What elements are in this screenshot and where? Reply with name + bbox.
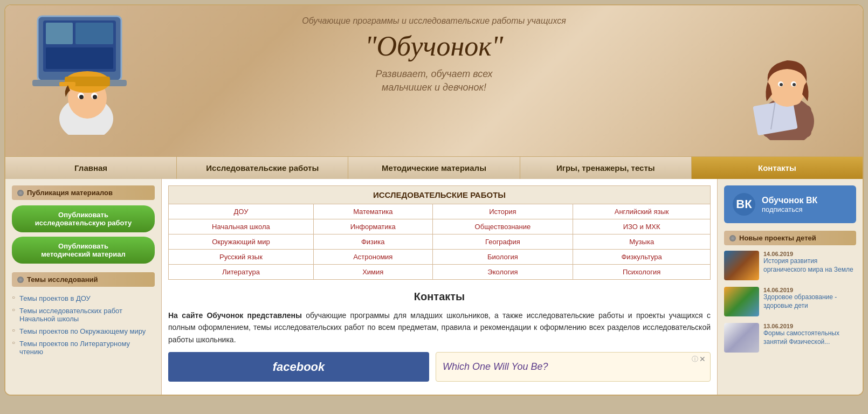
girl-character (733, 22, 841, 140)
joy-ad: Which One Will You Be? ⓘ ✕ (436, 352, 711, 382)
theme-link-0[interactable]: Темы проектов в ДОУ (12, 292, 155, 305)
project-item-2: 13.06.2019 Формы самостоятельных занятий… (724, 323, 856, 353)
project-item-0: 14.06.2019 История развития органическог… (724, 251, 856, 280)
cell-informatics[interactable]: Информатика (313, 219, 432, 234)
cell-dou[interactable]: ДОУ (169, 204, 314, 219)
main-wrapper: Обучающие программы и исследовательские … (4, 4, 864, 396)
project-item-1: 14.06.2019 Здоровое образование - здоров… (724, 287, 856, 316)
joy-text: Which One Will You Be? (443, 361, 548, 372)
header: Обучающие программы и исследовательские … (5, 5, 863, 156)
cell-world[interactable]: Окружающий мир (169, 234, 314, 250)
svg-point-22 (780, 83, 783, 86)
cell-math[interactable]: Математика (313, 204, 432, 219)
themes-section: Темы исследований Темы проектов в ДОУ Те… (12, 272, 155, 358)
theme-link-2[interactable]: Темы проектов по Окружающему миру (12, 325, 155, 337)
project-date-0: 14.06.2019 (763, 251, 856, 257)
ad-bar: facebook Which One Will You Be? ⓘ ✕ (168, 352, 711, 382)
svg-rect-2 (46, 23, 73, 44)
cell-social[interactable]: Обществознание (432, 219, 573, 234)
navigation: Главная Исследовательские работы Методич… (5, 156, 863, 179)
vk-name: Обучонок ВК (762, 196, 817, 205)
nav-research[interactable]: Исследовательские работы (177, 157, 348, 179)
cell-physics[interactable]: Физика (313, 234, 432, 250)
contacts-title: Контакты (168, 291, 711, 303)
project-thumb-2 (724, 323, 759, 353)
vk-text: Обучонок ВК подписаться (762, 196, 817, 213)
svg-rect-14 (59, 82, 75, 86)
cell-russian[interactable]: Русский язык (169, 250, 314, 265)
project-thumb-1 (724, 287, 759, 316)
table-row: ДОУ Математика История Английский язык (169, 204, 711, 219)
main-content: ИССЛЕДОВАТЕЛЬСКИЕ РАБОТЫ ДОУ Математика … (162, 179, 717, 395)
vk-block[interactable]: ВК Обучонок ВК подписаться (724, 185, 856, 223)
cell-english[interactable]: Английский язык (573, 204, 711, 219)
facebook-label: facebook (273, 360, 325, 374)
theme-link-1[interactable]: Темы исследовательских работ Начальной ш… (12, 305, 155, 325)
table-row: Литература Химия Экология Психология (169, 265, 711, 280)
svg-point-23 (793, 83, 796, 86)
cell-history[interactable]: История (432, 204, 573, 219)
project-title-2[interactable]: Формы самостоятельных занятий Физической… (763, 329, 856, 346)
boy-character (27, 11, 146, 135)
svg-rect-4 (46, 47, 113, 69)
research-table-title: ИССЛЕДОВАТЕЛЬСКИЕ РАБОТЫ (169, 186, 711, 204)
vk-icon: ВК (733, 193, 755, 216)
table-row: Русский язык Астрономия Биология Физкуль… (169, 250, 711, 265)
sidebar-left: Публикация материалов Опубликоватьисслед… (5, 179, 162, 395)
project-title-0[interactable]: История развития органического мира на З… (763, 257, 856, 274)
cell-astronomy[interactable]: Астрономия (313, 250, 432, 265)
svg-point-11 (93, 95, 97, 99)
project-thumb-0 (724, 251, 759, 280)
cell-psychology[interactable]: Психология (573, 265, 711, 280)
nav-contacts[interactable]: Контакты (692, 157, 863, 179)
svg-rect-3 (75, 23, 113, 44)
nav-games[interactable]: Игры, тренажеры, тесты (520, 157, 692, 179)
nav-home[interactable]: Главная (5, 157, 177, 179)
project-info-0: 14.06.2019 История развития органическог… (763, 251, 856, 274)
publish-methodical-button[interactable]: Опубликоватьметодический материал (12, 237, 155, 264)
cell-music[interactable]: Музыка (573, 234, 711, 250)
svg-point-24 (786, 94, 801, 105)
publication-title: Публикация материалов (12, 185, 155, 200)
cell-chemistry[interactable]: Химия (313, 265, 432, 280)
cell-literature[interactable]: Литература (169, 265, 314, 280)
project-date-1: 14.06.2019 (763, 287, 856, 293)
cell-elementary[interactable]: Начальная школа (169, 219, 314, 234)
table-row: Начальная школа Информатика Обществознан… (169, 219, 711, 234)
research-table: ИССЛЕДОВАТЕЛЬСКИЕ РАБОТЫ ДОУ Математика … (168, 185, 711, 280)
new-projects-title: Новые проекты детей (724, 231, 856, 245)
facebook-ad[interactable]: facebook (168, 352, 429, 382)
ad-info-icon[interactable]: ⓘ (692, 355, 698, 364)
table-row: Окружающий мир Физика География Музыка (169, 234, 711, 250)
content-area: Публикация материалов Опубликоватьисслед… (5, 179, 863, 395)
project-title-1[interactable]: Здоровое образование - здоровые дети (763, 293, 856, 310)
cell-biology[interactable]: Биология (432, 250, 573, 265)
contacts-text-bold: На сайте Обучонок представлены (168, 311, 302, 320)
theme-link-3[interactable]: Темы проектов по Литературному чтению (12, 337, 155, 358)
cell-pe[interactable]: Физкультура (573, 250, 711, 265)
cell-ecology[interactable]: Экология (432, 265, 573, 280)
ad-close-button[interactable]: ✕ (699, 355, 706, 363)
project-info-1: 14.06.2019 Здоровое образование - здоров… (763, 287, 856, 310)
research-table-body: ДОУ Математика История Английский язык Н… (169, 204, 711, 280)
themes-title: Темы исследований (12, 272, 155, 287)
sidebar-right: ВК Обучонок ВК подписаться Новые проекты… (717, 179, 863, 395)
contacts-text: На сайте Обучонок представлены обучающие… (168, 309, 711, 346)
cell-geography[interactable]: География (432, 234, 573, 250)
vk-subscribe: подписаться (762, 205, 817, 213)
project-date-2: 13.06.2019 (763, 323, 856, 329)
project-info-2: 13.06.2019 Формы самостоятельных занятий… (763, 323, 856, 346)
cell-art[interactable]: ИЗО и МХК (573, 219, 711, 234)
svg-point-10 (79, 95, 84, 99)
publish-research-button[interactable]: Опубликоватьисследовательскую работу (12, 205, 155, 232)
nav-methodical[interactable]: Методические материалы (348, 157, 520, 179)
